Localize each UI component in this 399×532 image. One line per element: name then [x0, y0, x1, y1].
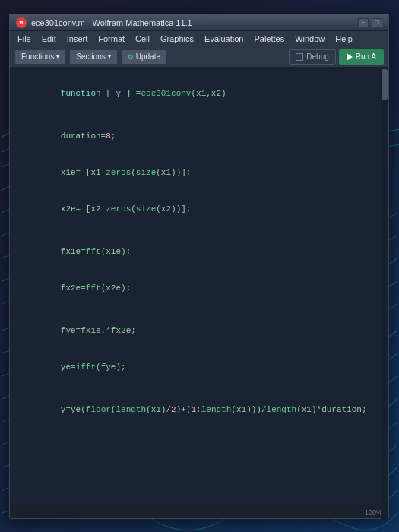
debug-checkbox[interactable]: [296, 53, 303, 61]
menu-evaluation[interactable]: Evaluation: [200, 33, 248, 45]
sections-chevron-icon: ▾: [108, 53, 111, 60]
title-bar-controls: – □: [358, 18, 382, 27]
menu-palettes[interactable]: Palettes: [249, 33, 289, 45]
run-button[interactable]: Run A: [339, 49, 384, 65]
functions-chevron-icon: ▾: [56, 53, 59, 60]
menu-window[interactable]: Window: [290, 33, 329, 45]
window-title: ece301conv.m - Wolfram Mathematica 11.1: [31, 18, 192, 27]
app-icon: M: [16, 17, 27, 28]
minimize-button[interactable]: –: [358, 18, 369, 27]
code-line-6: fx2e=fft(x2e);: [21, 270, 378, 306]
code-line-8: ye=ifft(fye);: [21, 349, 378, 385]
update-button[interactable]: ↻ Update: [121, 49, 167, 65]
status-bar: 100%: [10, 505, 388, 518]
mathematica-window: M ece301conv.m - Wolfram Mathematica 11.…: [9, 14, 389, 519]
zoom-level: 100%: [365, 508, 382, 516]
title-bar-left: M ece301conv.m - Wolfram Mathematica 11.…: [16, 17, 192, 28]
debug-button[interactable]: Debug: [289, 49, 335, 65]
code-line-7: fye=fx1e.*fx2e;: [21, 312, 378, 349]
toolbar: Functions ▾ Sections ▾ ↻ Update Debug Ru…: [10, 46, 388, 68]
code-line-4: x2e= [x2 zeros(size(x2))];: [21, 191, 378, 227]
menu-help[interactable]: Help: [331, 33, 357, 45]
title-bar: M ece301conv.m - Wolfram Mathematica 11.…: [10, 14, 388, 31]
code-line-9: y=ye(floor(length(x1)/2)+(1:length(x1)))…: [21, 391, 378, 428]
functions-button[interactable]: Functions ▾: [14, 49, 66, 65]
code-blank-2: [21, 227, 378, 233]
screen-outer: .wave { fill: none; stroke-width: 1.2; }…: [0, 0, 399, 532]
menu-bar: File Edit Insert Format Cell Graphics Ev…: [10, 31, 388, 46]
sections-button[interactable]: Sections ▾: [69, 49, 117, 65]
menu-format[interactable]: Format: [93, 33, 129, 45]
menu-insert[interactable]: Insert: [62, 33, 93, 45]
menu-cell[interactable]: Cell: [131, 33, 154, 45]
menu-graphics[interactable]: Graphics: [156, 33, 198, 45]
code-line-1: function [ y ] =ece301conv(x1,x2): [21, 75, 378, 112]
menu-file[interactable]: File: [13, 33, 36, 45]
code-line-3: x1e= [x1 zeros(size(x1))];: [21, 154, 378, 191]
code-area[interactable]: function [ y ] =ece301conv(x1,x2) durati…: [10, 68, 388, 505]
code-blank-4: [21, 385, 378, 391]
scrollbar-thumb[interactable]: [382, 69, 388, 100]
vertical-scrollbar[interactable]: [381, 68, 388, 520]
code-line-5: fx1e=fft(x1e);: [21, 233, 378, 270]
code-line-2: duration=8;: [21, 118, 378, 154]
menu-edit[interactable]: Edit: [37, 33, 61, 45]
code-blank-1: [21, 112, 378, 118]
update-icon: ↻: [128, 53, 134, 61]
run-icon: [347, 53, 353, 61]
code-blank-3: [21, 306, 378, 312]
maximize-button[interactable]: □: [372, 18, 382, 27]
